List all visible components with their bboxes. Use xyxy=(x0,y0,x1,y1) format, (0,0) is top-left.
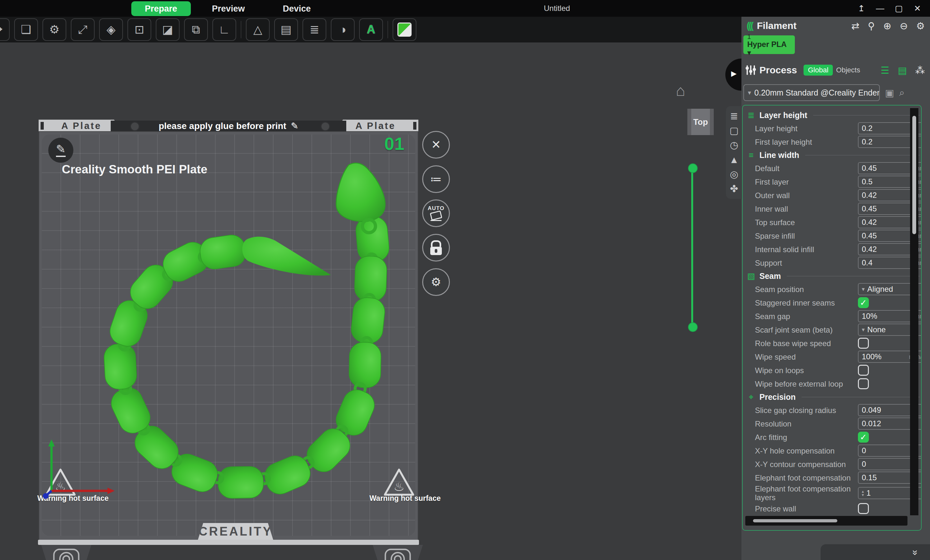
vertical-scrollbar-thumb[interactable] xyxy=(912,116,916,234)
tab-preview[interactable]: Preview xyxy=(199,1,259,16)
save-preset-icon[interactable]: ▣ xyxy=(885,87,894,98)
setting-row: Sparse infill0.45mm or xyxy=(745,229,922,243)
clipping-slider[interactable] xyxy=(690,165,694,329)
remove-filament-icon[interactable]: ⊖ xyxy=(900,20,908,32)
arrange-icon[interactable]: ❏ xyxy=(14,18,38,41)
setting-value: 0.4 xyxy=(862,258,912,267)
filament-slot-button[interactable]: 1 Hyper PLA ▾ xyxy=(743,35,795,54)
checkbox[interactable]: ✓ xyxy=(858,297,869,308)
ams-sync-icon[interactable]: ⇄ xyxy=(851,20,859,32)
setting-label: Seam position xyxy=(755,285,858,294)
checkbox[interactable]: ✓ xyxy=(858,432,869,443)
setting-row: Scarf joint seam (beta)▾None xyxy=(745,323,922,337)
slider-handle-bottom[interactable] xyxy=(688,322,698,332)
viewport-3d[interactable]: A Plate A Plate please apply glue before… xyxy=(0,43,741,560)
scale-icon[interactable]: ⤢ xyxy=(71,18,95,41)
compare-preset-icon[interactable]: ▤ xyxy=(898,65,907,76)
auto-orient-button[interactable]: AUTO xyxy=(422,199,450,227)
checkbox[interactable] xyxy=(858,365,869,376)
process-settings-box: ≣Layer heightLayer height0.2mFirst layer… xyxy=(742,105,922,531)
model-snake[interactable] xyxy=(0,43,741,560)
setting-label: Resolution xyxy=(755,420,858,428)
view-cube[interactable]: Top xyxy=(687,109,714,135)
checkbox[interactable] xyxy=(858,378,869,389)
setting-row: Resolution0.012m xyxy=(745,417,922,430)
home-view-icon[interactable]: ⌂ xyxy=(676,82,685,99)
preset-dropdown[interactable]: ▾ 0.20mm Standard @Creality Ender-3 V3 S… xyxy=(743,84,880,101)
pencil-icon: ✎ xyxy=(56,144,66,155)
category-strength-icon[interactable]: ▢ xyxy=(730,125,739,136)
category-speed-icon[interactable]: ◷ xyxy=(730,140,738,151)
checkbox[interactable] xyxy=(858,338,869,349)
cloud-upload-icon[interactable]: ↥ xyxy=(852,0,871,17)
setting-row: Outer wall0.42mm or xyxy=(745,188,922,202)
measure-icon[interactable]: ∟ xyxy=(212,18,236,41)
minimize-button[interactable]: — xyxy=(871,0,890,17)
titlebar: Prepare Preview Device Untitled ↥ — ▢ ✕ xyxy=(0,0,930,17)
scope-objects-toggle[interactable]: Objects xyxy=(833,65,864,75)
layer-height-icon: ≣ xyxy=(746,110,756,120)
setting-label: Sparse infill xyxy=(755,232,858,240)
search-setting-icon[interactable]: ⌕ xyxy=(899,87,905,98)
lay-on-face-icon[interactable]: ⊡ xyxy=(128,18,151,41)
lock-plate-button[interactable] xyxy=(422,234,450,262)
delete-plate-button[interactable]: ✕ xyxy=(422,131,450,158)
select-tool-partial-icon[interactable]: ✥ xyxy=(0,18,10,41)
add-text-icon[interactable]: A xyxy=(359,18,383,41)
setting-label: Precise wall xyxy=(755,505,858,513)
setting-label: Layer height xyxy=(755,124,858,133)
seam-paint-icon[interactable]: ▤ xyxy=(274,18,298,41)
setting-label: Slice gap closing radius xyxy=(755,406,858,415)
seam-icon: ▧ xyxy=(746,271,756,281)
snake-tail xyxy=(242,237,331,275)
collapse-arrow-icon[interactable]: ▶ xyxy=(731,69,737,78)
maximize-button[interactable]: ▢ xyxy=(890,0,908,17)
assembly-puzzle-icon[interactable] xyxy=(393,18,416,41)
setting-row: Staggered inner seams✓ xyxy=(745,296,922,309)
scope-global-toggle[interactable]: Global xyxy=(804,65,833,75)
horizontal-scrollbar-thumb[interactable] xyxy=(753,519,837,522)
toolbar-divider xyxy=(241,21,241,38)
color-paint-icon[interactable]: ◑ xyxy=(331,18,355,41)
variable-layer-height-icon[interactable]: ≣ xyxy=(302,18,326,41)
setting-row: Elephant foot compensation0.15m xyxy=(745,471,922,485)
setting-row: Wipe speed100%mm/s or xyxy=(745,350,922,363)
close-button[interactable]: ✕ xyxy=(908,0,927,17)
category-others-icon[interactable]: ✤ xyxy=(730,183,738,194)
tab-device[interactable]: Device xyxy=(269,1,324,16)
category-cooling-icon[interactable]: ◎ xyxy=(730,169,738,180)
setting-value: 0.42 xyxy=(862,218,912,227)
category-support-icon[interactable]: ▲ xyxy=(729,154,739,165)
flush-icon[interactable]: ⚲ xyxy=(868,20,875,32)
setting-row: Seam position▾Aligned xyxy=(745,282,922,296)
clone-icon[interactable]: ⧉ xyxy=(184,18,208,41)
setting-label: Wipe on loops xyxy=(755,366,858,375)
category-quality-icon[interactable]: ≣ xyxy=(730,111,738,122)
view-cube-label: Top xyxy=(693,117,708,127)
tab-prepare[interactable]: Prepare xyxy=(131,1,191,16)
filament-settings-icon[interactable]: ⚙ xyxy=(916,20,925,32)
checkbox[interactable] xyxy=(858,503,869,514)
slider-handle-top[interactable] xyxy=(688,163,698,173)
edit-plate-button[interactable]: ✎ xyxy=(48,138,73,163)
rotate-orient-icon[interactable]: ◈ xyxy=(99,18,123,41)
group-header: ⌖Precision xyxy=(745,391,922,403)
support-paint-icon[interactable]: △ xyxy=(246,18,269,41)
setting-label: Seam gap xyxy=(755,312,858,321)
setting-row: Inner wall0.45mm or xyxy=(745,202,922,215)
advanced-mode-icon[interactable]: ☰ xyxy=(881,65,890,76)
auto-arrange-icon[interactable]: ⚙ xyxy=(43,18,66,41)
spinner-arrows[interactable]: ▴▾ xyxy=(862,489,864,497)
plate-settings-button[interactable]: ⚙ xyxy=(422,268,450,296)
split-icon[interactable]: ◪ xyxy=(156,18,180,41)
preset-name: 0.20mm Standard @Creality Ender-3 V3 SE … xyxy=(754,88,880,97)
slider-track[interactable] xyxy=(691,167,693,327)
add-filament-icon[interactable]: ⊕ xyxy=(883,20,892,32)
expand-more-icon[interactable]: » xyxy=(910,550,921,554)
object-list-button[interactable]: ≔ xyxy=(422,165,450,193)
share-preset-icon[interactable]: ⁂ xyxy=(915,65,925,76)
process-title: Process xyxy=(759,65,797,75)
setting-row: Wipe on loops xyxy=(745,363,922,377)
list-icon: ≔ xyxy=(430,172,442,186)
setting-row: Role base wipe speed xyxy=(745,337,922,350)
